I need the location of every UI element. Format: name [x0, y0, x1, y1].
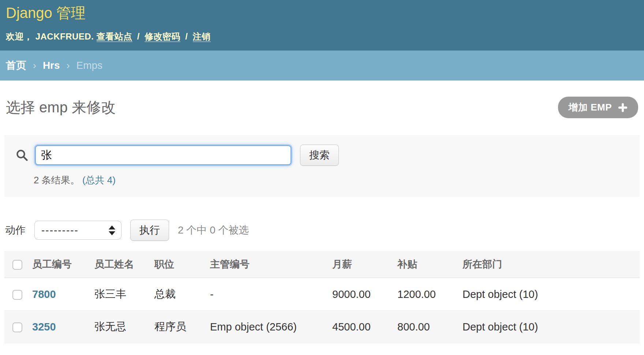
cell-job: 总裁 — [151, 278, 206, 311]
cell-comm: 800.00 — [394, 311, 459, 343]
breadcrumb-hrs-link[interactable]: Hrs — [43, 60, 60, 71]
select-arrows-icon — [109, 225, 115, 235]
cell-emp-name: 张三丰 — [91, 278, 151, 311]
action-select-value: --------- — [41, 224, 79, 236]
column-header-emp-no: 员工编号 — [29, 251, 91, 278]
breadcrumb-separator: › — [63, 60, 73, 71]
emp-link[interactable]: 3250 — [32, 321, 56, 333]
title-row: 选择 emp 来修改 增加 EMP — [4, 97, 640, 118]
select-all-checkbox[interactable] — [12, 260, 22, 270]
add-emp-button-label: 增加 EMP — [568, 101, 612, 114]
paginator-count: 2 emps — [4, 343, 640, 355]
view-site-link[interactable]: 查看站点 — [97, 31, 132, 42]
result-table: 员工编号 员工姓名 职位 主管编号 月薪 补贴 所在部门 7800 张三丰 总裁… — [4, 251, 640, 343]
main-content: 选择 emp 来修改 增加 EMP 搜索 2 条结果。 (总共 4) 动作 — [0, 97, 644, 355]
breadcrumb-home-link[interactable]: 首页 — [6, 60, 26, 71]
cell-mgr-no: - — [206, 278, 329, 311]
column-header-emp-name: 员工姓名 — [91, 251, 151, 278]
page-title: 选择 emp 来修改 — [6, 97, 116, 117]
welcome-prefix: 欢迎， — [6, 31, 33, 41]
column-header-comm: 补贴 — [394, 251, 459, 278]
column-header-mgr-no: 主管编号 — [206, 251, 329, 278]
cell-salary: 9000.00 — [329, 278, 394, 311]
table-header-row: 员工编号 员工姓名 职位 主管编号 月薪 补贴 所在部门 — [4, 251, 640, 278]
branding-title: Django 管理 — [6, 4, 638, 21]
table-row: 7800 张三丰 总裁 - 9000.00 1200.00 Dept objec… — [4, 278, 640, 311]
change-password-link[interactable]: 修改密码 — [145, 31, 180, 42]
breadcrumb-separator: › — [29, 60, 40, 71]
username-suffix: . — [91, 31, 94, 41]
action-select[interactable]: --------- — [34, 221, 121, 240]
link-separator: / — [183, 31, 190, 41]
actions-label: 动作 — [5, 223, 26, 237]
row-checkbox[interactable] — [12, 290, 22, 300]
cell-job: 程序员 — [151, 311, 206, 343]
search-results-line: 2 条结果。 (总共 4) — [34, 174, 632, 187]
execute-button[interactable]: 执行 — [130, 220, 169, 241]
search-input[interactable] — [35, 145, 291, 165]
results-count-text: 2 条结果。 — [34, 175, 80, 186]
username: JACKFRUED — [35, 31, 91, 41]
link-separator: / — [135, 31, 142, 41]
search-button[interactable]: 搜索 — [300, 145, 339, 166]
search-icon — [12, 149, 29, 162]
logout-link[interactable]: 注销 — [193, 31, 211, 42]
table-row: 3250 张无忌 程序员 Emp object (2566) 4500.00 8… — [4, 311, 640, 343]
add-emp-button[interactable]: 增加 EMP — [558, 97, 638, 118]
cell-dept: Dept object (10) — [459, 311, 640, 343]
emp-link[interactable]: 7800 — [32, 288, 56, 300]
actions-row: 动作 --------- 执行 2 个中 0 个被选 — [4, 220, 640, 241]
app-header: Django 管理 欢迎， JACKFRUED. 查看站点 / 修改密码 / 注… — [0, 0, 644, 51]
selection-counter: 2 个中 0 个被选 — [178, 223, 249, 237]
column-header-salary: 月薪 — [329, 251, 394, 278]
column-header-dept: 所在部门 — [459, 251, 640, 278]
breadcrumb: 首页 › Hrs › Emps — [0, 51, 644, 81]
cell-emp-name: 张无忌 — [91, 311, 151, 343]
row-checkbox[interactable] — [12, 322, 22, 332]
search-module: 搜索 2 条结果。 (总共 4) — [4, 135, 640, 197]
cell-dept: Dept object (10) — [459, 278, 640, 311]
cell-salary: 4500.00 — [329, 311, 394, 343]
search-row: 搜索 — [12, 145, 632, 166]
cell-mgr-no: Emp object (2566) — [206, 311, 329, 343]
user-tools: 欢迎， JACKFRUED. 查看站点 / 修改密码 / 注销 — [6, 31, 638, 42]
breadcrumb-current: Emps — [76, 60, 102, 71]
plus-icon — [618, 102, 628, 113]
column-header-job: 职位 — [151, 251, 206, 278]
show-all-link[interactable]: (总共 4) — [82, 175, 116, 186]
cell-comm: 1200.00 — [394, 278, 459, 311]
